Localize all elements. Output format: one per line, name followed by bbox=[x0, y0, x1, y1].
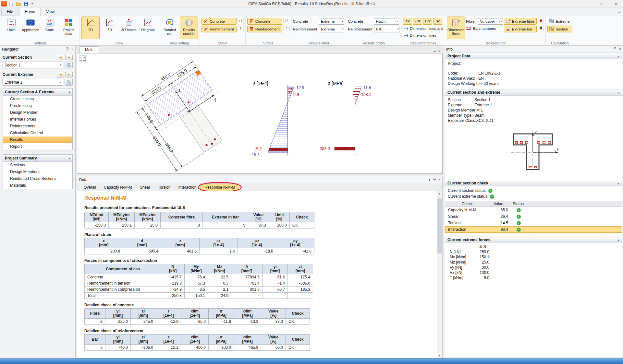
drawing-canvas[interactable]: z y 225.0 225.0 450.0 bbox=[77, 53, 443, 174]
current-section-select[interactable]: Section 1 ▾ bbox=[3, 62, 63, 68]
calculation-section-button[interactable]: Section bbox=[547, 26, 572, 32]
concrete-graph-select[interactable]: Hatch ▾ bbox=[374, 18, 399, 25]
section-manager-button[interactable] bbox=[65, 62, 73, 68]
view-3d-forces-button[interactable]: 3D forces bbox=[120, 17, 138, 39]
collapse-icon[interactable]: ▲ bbox=[617, 91, 620, 94]
sidebar-item-cross-section[interactable]: Cross-section bbox=[3, 96, 72, 102]
sidebar-item-calculation-control[interactable]: Calculation Control bbox=[3, 130, 72, 136]
tab-response-nmm[interactable]: Response N-M-M bbox=[200, 183, 239, 191]
view-2d-button[interactable]: 2D bbox=[81, 17, 100, 39]
dimension-lines-xd-toggle[interactable]: Dimension lines x, d bbox=[403, 26, 443, 31]
reinforcement-graph-select[interactable]: Fill ▾ bbox=[374, 26, 399, 32]
collapse-icon[interactable]: ▲ bbox=[68, 91, 70, 93]
ribbon-collapse-icon[interactable]: ▴ bbox=[618, 10, 620, 14]
tab-shear[interactable]: Shear bbox=[136, 184, 154, 191]
pin-icon[interactable] bbox=[613, 47, 617, 51]
stress-concrete-toggle[interactable]: Concrete bbox=[247, 18, 282, 25]
sidebar-item-sections[interactable]: Sections bbox=[3, 162, 72, 169]
check-row-shear[interactable]: Shear 36.4 ✓ bbox=[445, 213, 622, 220]
sidebar-item-report[interactable]: Report bbox=[3, 143, 72, 150]
project-data-button[interactable]: Project data bbox=[60, 17, 78, 39]
reinforcement-label-select[interactable]: Extreme ▾ bbox=[319, 26, 344, 32]
sidebar-item-materials[interactable]: Materials bbox=[3, 182, 72, 189]
close-panel-icon[interactable]: × bbox=[438, 178, 440, 182]
tab-capacity-nmm[interactable]: Capacity N-M-M bbox=[100, 184, 136, 191]
next-section-button[interactable]: ▶ bbox=[65, 55, 73, 60]
view-3d-button[interactable]: 3D bbox=[101, 17, 119, 39]
fibre-select[interactable]: No Label ▾ bbox=[478, 18, 503, 25]
strain-concrete-toggle[interactable]: Concrete bbox=[202, 18, 237, 25]
save-icon[interactable] bbox=[23, 1, 29, 7]
close-panel-icon[interactable]: × bbox=[71, 47, 73, 51]
maximize-button[interactable]: □ bbox=[594, 0, 609, 7]
new-file-icon[interactable] bbox=[8, 1, 14, 7]
minimize-button[interactable]: ─ bbox=[580, 0, 594, 7]
section-header-extreme-forces[interactable]: Current extreme forces ▲ bbox=[445, 237, 622, 243]
dimension-lines-toggle[interactable]: Dimension lines bbox=[403, 32, 443, 38]
tab-main[interactable]: Main bbox=[79, 46, 99, 53]
pin-icon[interactable] bbox=[433, 178, 436, 182]
stress-add-label-icon[interactable]: +ƒ bbox=[283, 18, 289, 24]
stress-edit-label-icon[interactable]: ƒ bbox=[283, 25, 289, 31]
extreme-fibre-marker-icon[interactable] bbox=[538, 18, 544, 24]
bars-numbers-toggle[interactable]: 1,2 Bars numbers bbox=[466, 26, 503, 31]
sidebar-item-results[interactable]: Results bbox=[3, 136, 72, 143]
zoom-fit-button[interactable] bbox=[79, 55, 86, 62]
tab-torsion[interactable]: Torsion bbox=[154, 184, 175, 191]
view-diagram-button[interactable]: Diagram bbox=[139, 17, 157, 39]
collapse-icon[interactable]: ▲ bbox=[68, 157, 70, 159]
extreme-bar-toggle[interactable]: Extreme bar bbox=[504, 26, 537, 32]
section-header-section-check[interactable]: Current section check ▲ bbox=[445, 180, 622, 186]
quick-access-dropdown-icon[interactable]: ▾ bbox=[30, 1, 34, 7]
tab-list-icon[interactable]: ▾ bbox=[434, 50, 435, 53]
next-extreme-button[interactable]: ▶ bbox=[65, 72, 73, 77]
stress-reinforcement-toggle[interactable]: Reinforcement bbox=[247, 26, 282, 32]
collapse-icon[interactable]: ▲ bbox=[617, 239, 620, 241]
section-header-current-section[interactable]: Current section and extreme ▲ bbox=[445, 89, 622, 96]
scrollbar-thumb[interactable] bbox=[437, 198, 442, 253]
close-button[interactable]: × bbox=[609, 0, 623, 7]
tab-home[interactable]: Home bbox=[19, 8, 41, 16]
units-button[interactable]: kNMPa Units bbox=[2, 17, 20, 39]
application-button[interactable]: Application bbox=[21, 17, 40, 39]
ac-toggle[interactable]: Ac bbox=[433, 18, 442, 25]
extreme-manager-button[interactable] bbox=[65, 79, 73, 86]
strain-edit-label-icon[interactable]: ƒ bbox=[238, 25, 244, 31]
scroll-up-icon[interactable]: ▲ bbox=[438, 192, 441, 195]
calculation-extreme-button[interactable]: Extreme bbox=[547, 18, 572, 25]
strain-reinforcement-toggle[interactable]: Reinforcement bbox=[202, 26, 237, 32]
tab-view[interactable]: View bbox=[41, 8, 60, 16]
close-panel-icon[interactable]: × bbox=[619, 47, 621, 51]
check-row-torsion[interactable]: Torsion 14.5 ✓ bbox=[445, 220, 622, 226]
tab-file[interactable]: File bbox=[1, 8, 18, 16]
check-row-interaction[interactable]: Interaction 93.4 ✓ bbox=[445, 226, 622, 233]
sidebar-item-internal-forces[interactable]: Internal Forces bbox=[3, 116, 72, 123]
fc-toggle[interactable]: Fc bbox=[403, 18, 412, 25]
strain-add-label-icon[interactable]: +ƒ bbox=[238, 18, 244, 24]
section-header-project-data[interactable]: Project Data ▲ bbox=[445, 53, 622, 59]
previous-extreme-button[interactable]: ◀ bbox=[57, 72, 64, 77]
frc-toggle[interactable]: Frc bbox=[423, 18, 432, 25]
concrete-label-select[interactable]: Extreme ▾ bbox=[319, 18, 344, 25]
check-row-capacity[interactable]: Capacity N-M-M 65.0 ✓ bbox=[445, 207, 622, 213]
tab-interaction[interactable]: Interaction bbox=[174, 184, 200, 191]
previous-section-button[interactable]: ◀ bbox=[57, 55, 64, 60]
sidebar-item-design-members[interactable]: Design Members bbox=[3, 169, 72, 175]
sidebar-item-prestressing[interactable]: Prestressing bbox=[3, 102, 72, 109]
scroll-down-icon[interactable]: ▼ bbox=[438, 354, 441, 357]
sidebar-item-design-member[interactable]: Design Member bbox=[3, 109, 72, 116]
results-outside-button[interactable]: Results outside bbox=[180, 17, 198, 39]
open-file-icon[interactable] bbox=[15, 1, 22, 7]
frt-toggle[interactable]: Frt bbox=[413, 18, 422, 25]
cs-dimension-lines-button[interactable]: Dimension lines bbox=[447, 17, 465, 39]
close-tab-icon[interactable]: × bbox=[438, 50, 440, 53]
collapse-icon[interactable]: ▲ bbox=[617, 55, 620, 57]
tab-overall[interactable]: Overall bbox=[80, 184, 100, 191]
sidebar-item-reinforced-cross-sections[interactable]: Reinforced Cross-Sections bbox=[3, 175, 72, 182]
extreme-fibre-toggle[interactable]: Extreme fibre bbox=[504, 18, 537, 25]
collapse-icon[interactable]: ▲ bbox=[617, 182, 620, 184]
panel-menu-icon[interactable]: ▾ bbox=[429, 178, 430, 182]
code-button[interactable]: 1.50.85 Code bbox=[41, 17, 59, 39]
pin-icon[interactable] bbox=[66, 47, 69, 51]
extreme-bar-marker-icon[interactable] bbox=[538, 25, 544, 31]
